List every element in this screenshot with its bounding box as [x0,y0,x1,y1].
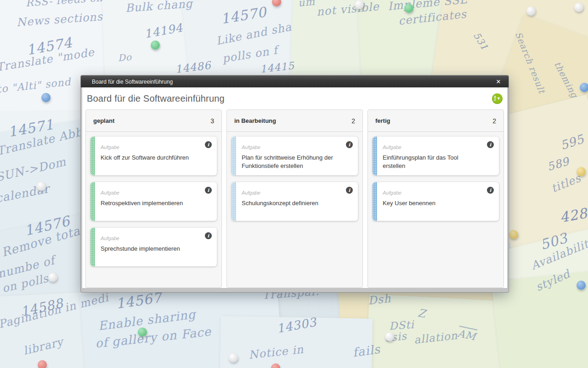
push-pin-icon [574,3,583,12]
push-pin-icon [41,93,51,102]
column-count: 3 [210,117,214,125]
board-title: Board für die Softwareeinführung [87,93,225,104]
dialog-content: Board für die Softwareeinführung A Z ▼ g… [82,87,507,288]
task-card[interactable]: Aufgabe Schulungskonzept definieren i [232,182,358,221]
column-header: fertig 2 [368,110,503,132]
sort-letter-z: Z [494,98,496,101]
dialog-title: Board für die Softwareeinführung [81,79,173,85]
push-pin-icon [38,360,47,368]
column-name: in Bearbeitung [234,117,276,124]
push-pin-icon [385,332,394,341]
card-title: Plan für schrittweise Erhöhung der Funkt… [242,154,340,170]
info-icon[interactable]: i [205,232,212,239]
push-pin-icon [577,281,586,290]
card-title: Schulungskonzept definieren [242,199,340,207]
card-title: Kick off zur Software durchführen [101,154,199,162]
column-in-bearbeitung: in Bearbeitung 2 Aufgabe Plan für schrit… [226,109,363,288]
column-count: 2 [351,117,355,125]
push-pin-icon [404,4,413,13]
board-header: Board für die Softwareeinführung A Z ▼ [85,87,504,109]
column-header: in Bearbeitung 2 [227,110,362,132]
card-list: Aufgabe Plan für schrittweise Erhöhung d… [227,132,362,232]
column-count: 2 [492,117,496,125]
card-type-label: Aufgabe [101,236,119,241]
kanban-board: geplant 3 Aufgabe Kick off zur Software … [85,109,504,288]
task-card[interactable]: Aufgabe Retrospektiven implementieren i [90,182,217,221]
sort-letters: A Z [494,96,496,101]
sticky-note-text: Dsh [368,292,392,307]
column-name: fertig [375,117,390,124]
card-title: Einführungsplan für das Tool erstellen [383,154,481,170]
push-pin-icon [138,328,147,337]
sort-arrow-down-icon: ▼ [497,97,501,101]
card-list: Aufgabe Kick off zur Software durchführe… [86,132,221,278]
push-pin-icon [526,6,536,16]
column-geplant: geplant 3 Aufgabe Kick off zur Software … [85,109,222,288]
task-card[interactable]: Aufgabe Sprechstunde implementieren i [90,228,217,266]
board-dialog: Board für die Softwareeinführung ✕ Board… [81,75,509,292]
card-type-label: Aufgabe [242,190,260,196]
push-pin-icon [48,273,57,282]
push-pin-icon [580,83,588,92]
column-header: geplant 3 [86,110,221,132]
task-card[interactable]: Aufgabe Plan für schrittweise Erhöhung d… [232,137,358,175]
card-type-label: Aufgabe [242,144,260,150]
push-pin-icon [355,0,364,9]
card-type-label: Aufgabe [101,190,119,196]
card-list: Aufgabe Einführungsplan für das Tool ers… [368,132,503,232]
info-icon[interactable]: i [346,141,353,148]
info-icon[interactable]: i [487,141,494,148]
info-icon[interactable]: i [346,187,353,194]
card-title: Key User benennen [383,199,481,207]
close-icon[interactable]: ✕ [494,78,503,86]
push-pin-icon [37,182,46,191]
info-icon[interactable]: i [487,187,494,194]
push-pin-icon [229,353,238,362]
card-title: Retrospektiven implementieren [101,199,199,207]
card-type-label: Aufgabe [383,144,401,150]
task-card[interactable]: Aufgabe Einführungsplan für das Tool ers… [373,137,499,175]
task-card[interactable]: Aufgabe Key User benennen i [373,182,499,221]
push-pin-icon [577,167,586,176]
push-pin-icon [509,230,518,239]
sticky-note-text: um [298,0,316,9]
info-icon[interactable]: i [205,141,212,148]
card-type-label: Aufgabe [101,144,119,150]
info-icon[interactable]: i [205,187,212,194]
push-pin-icon [151,40,160,50]
dialog-titlebar[interactable]: Board für die Softwareeinführung ✕ [81,75,509,87]
column-fertig: fertig 2 Aufgabe Einführungsplan für das… [368,109,504,288]
card-type-label: Aufgabe [383,190,401,196]
sort-az-icon[interactable]: A Z ▼ [492,93,503,104]
sticky-note-text: Do [118,52,132,63]
column-name: geplant [93,117,114,124]
card-title: Sprechstunde implementieren [101,245,199,253]
task-card[interactable]: Aufgabe Kick off zur Software durchführe… [90,137,217,175]
